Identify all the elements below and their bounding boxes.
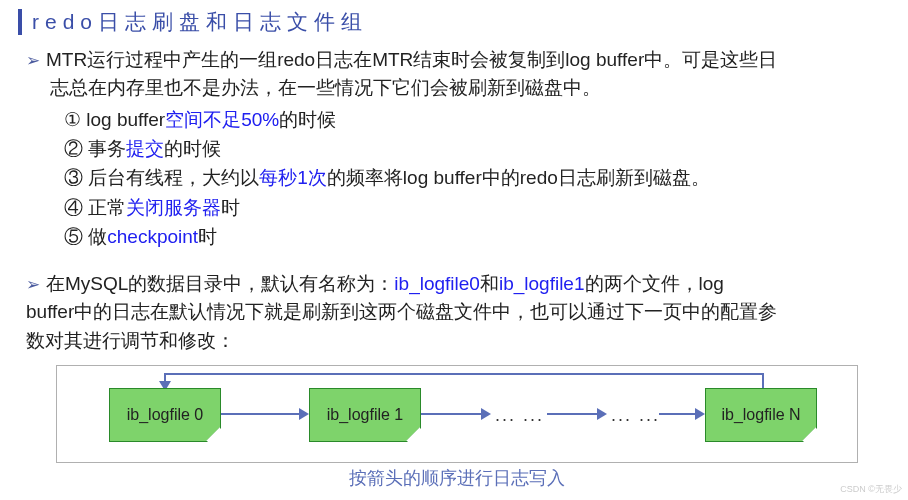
list-item: ④ 正常关闭服务器时 bbox=[64, 193, 888, 222]
diagram-caption: 按箭头的顺序进行日志写入 bbox=[26, 465, 888, 492]
bullet-2-line3: 数对其进行调节和修改： bbox=[26, 327, 888, 356]
box-label: ib_logfile 0 bbox=[127, 403, 204, 427]
text: 时 bbox=[221, 197, 240, 218]
arrowhead-right-icon bbox=[299, 408, 309, 420]
ellipsis-icon: ... ... bbox=[611, 402, 660, 429]
bullet-2: ➢在MySQL的数据目录中，默认有名称为：ib_logfile0和ib_logf… bbox=[26, 270, 888, 356]
circled-number-icon: ⑤ bbox=[64, 226, 83, 247]
box-label: ib_logfile 1 bbox=[327, 403, 404, 427]
text: 和 bbox=[480, 273, 499, 294]
highlight: 关闭服务器 bbox=[126, 197, 221, 218]
bullet-1: ➢MTR运行过程中产生的一组redo日志在MTR结束时会被复制到log buff… bbox=[26, 46, 888, 252]
text: 的频率将log buffer中的redo日志刷新到磁盘。 bbox=[327, 167, 710, 188]
title-accent bbox=[18, 9, 22, 35]
list-item: ③ 后台有线程，大约以每秒1次的频率将log buffer中的redo日志刷新到… bbox=[64, 163, 888, 192]
highlight: 提交 bbox=[126, 138, 164, 159]
connector bbox=[221, 413, 299, 415]
arrowhead-right-icon bbox=[695, 408, 705, 420]
title-bar: redo日志刷盘和日志文件组 bbox=[0, 0, 908, 40]
connector bbox=[547, 413, 597, 415]
list-item: ② 事务提交的时候 bbox=[64, 134, 888, 163]
text: 后台有线程，大约以 bbox=[83, 167, 259, 188]
box-label: ib_logfile N bbox=[721, 403, 800, 427]
circled-number-icon: ③ bbox=[64, 167, 83, 188]
watermark: CSDN ©无畏少 bbox=[840, 483, 902, 497]
logfile-box-1: ib_logfile 1 bbox=[309, 388, 421, 442]
circled-number-icon: ② bbox=[64, 138, 83, 159]
text: 在MySQL的数据目录中，默认有名称为： bbox=[46, 273, 394, 294]
highlight: 空间不足50% bbox=[165, 109, 279, 130]
text: 事务 bbox=[83, 138, 126, 159]
circled-number-icon: ④ bbox=[64, 197, 83, 218]
connector bbox=[421, 413, 481, 415]
highlight: 每秒1次 bbox=[259, 167, 327, 188]
text: MTR运行过程中产生的一组redo日志在MTR结束时会被复制到log buffe… bbox=[46, 49, 777, 70]
list-item: ⑤ 做checkpoint时 bbox=[64, 222, 888, 251]
arrowhead-right-icon bbox=[597, 408, 607, 420]
bullet-1-line2: 志总在内存里也不是办法，在一些情况下它们会被刷新到磁盘中。 bbox=[26, 74, 888, 103]
content: ➢MTR运行过程中产生的一组redo日志在MTR结束时会被复制到log buff… bbox=[0, 46, 908, 493]
triangle-right-icon: ➢ bbox=[26, 275, 40, 294]
diagram: ib_logfile 0 ib_logfile 1 ib_logfile N .… bbox=[56, 365, 858, 463]
arrowhead-right-icon bbox=[481, 408, 491, 420]
logfile-box-n: ib_logfile N bbox=[705, 388, 817, 442]
connector bbox=[659, 413, 695, 415]
highlight: ib_logfile0 bbox=[394, 273, 480, 294]
logfile-box-0: ib_logfile 0 bbox=[109, 388, 221, 442]
ellipsis-icon: ... ... bbox=[495, 402, 544, 429]
text: 的时候 bbox=[164, 138, 221, 159]
bullet-2-line: ➢在MySQL的数据目录中，默认有名称为：ib_logfile0和ib_logf… bbox=[26, 270, 888, 299]
sub-list: ① log buffer空间不足50%的时候 ② 事务提交的时候 ③ 后台有线程… bbox=[26, 105, 888, 252]
bullet-2-line2: buffer中的日志在默认情况下就是刷新到这两个磁盘文件中，也可以通过下一页中的… bbox=[26, 298, 888, 327]
highlight: checkpoint bbox=[107, 226, 198, 247]
text: 的时候 bbox=[279, 109, 336, 130]
text: 做 bbox=[83, 226, 107, 247]
list-item: ① log buffer空间不足50%的时候 bbox=[64, 105, 888, 134]
circled-number-icon: ① bbox=[64, 109, 81, 130]
bullet-1-line: ➢MTR运行过程中产生的一组redo日志在MTR结束时会被复制到log buff… bbox=[26, 46, 888, 75]
text: log buffer bbox=[81, 109, 165, 130]
text: 的两个文件，log bbox=[585, 273, 724, 294]
page-title: redo日志刷盘和日志文件组 bbox=[32, 6, 368, 38]
triangle-right-icon: ➢ bbox=[26, 51, 40, 70]
highlight: ib_logfile1 bbox=[499, 273, 585, 294]
text: 时 bbox=[198, 226, 217, 247]
text: 正常 bbox=[83, 197, 126, 218]
